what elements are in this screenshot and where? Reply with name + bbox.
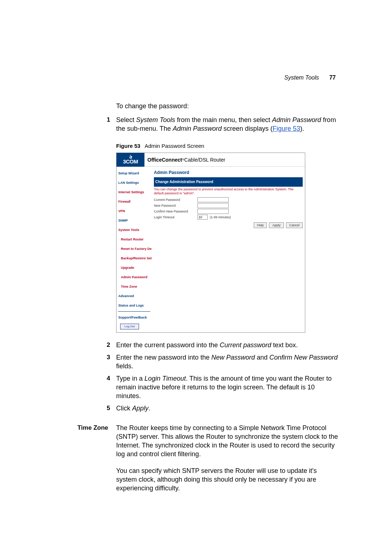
figure-header: ঔ 3COM OfficeConnect® Cable/DSL Router — [117, 153, 305, 167]
figure-53: ঔ 3COM OfficeConnect® Cable/DSL Router S… — [116, 153, 305, 333]
nav-upgrade[interactable]: Upgrade — [117, 263, 152, 272]
body-column: To change the password: 1 Select System … — [116, 102, 338, 501]
time-zone-section: Time Zone The Router keeps time by conne… — [116, 424, 338, 501]
current-password-input[interactable] — [197, 197, 229, 202]
step-number: 3 — [107, 353, 110, 362]
nav-time-zone[interactable]: Time Zone — [117, 282, 152, 291]
step-5: 5 Click Apply. — [116, 404, 338, 413]
nav-firewall[interactable]: Firewall — [117, 197, 152, 206]
logo-brand: 3COM — [123, 159, 138, 164]
row-login-timeout: Login Timeout (1-99 minutes) — [154, 214, 303, 220]
cancel-button[interactable]: Cancel — [286, 222, 303, 228]
page: System Tools 77 To change the password: … — [0, 0, 392, 555]
nav-reset-defaults[interactable]: Reset to Factory Defaults — [117, 244, 152, 254]
time-zone-heading: Time Zone — [76, 424, 116, 432]
nav-backup-restore[interactable]: Backup/Restore Settings — [117, 254, 152, 263]
logout-button[interactable]: Log Out — [120, 324, 139, 329]
step-1-text: Select System Tools from the main menu, … — [116, 116, 336, 132]
step-number: 2 — [107, 341, 110, 349]
product-title: OfficeConnect® Cable/DSL Router — [144, 153, 305, 167]
login-timeout-input[interactable] — [197, 215, 208, 220]
panel-note: You can change the password to prevent u… — [154, 187, 303, 195]
panel-bar: Change Administration Password — [154, 177, 303, 187]
nav-vpn[interactable]: VPN — [117, 206, 152, 216]
step-4-text: Type in a Login Timeout. This is the amo… — [116, 375, 332, 400]
time-zone-p1: The Router keeps time by connecting to a… — [116, 424, 338, 458]
step-2-text: Enter the current password into the Curr… — [116, 341, 298, 349]
steps-list: 1 Select System Tools from the main menu… — [116, 116, 338, 413]
apply-button[interactable]: Apply — [269, 222, 284, 228]
time-zone-p2: You can specify which SNTP servers the R… — [116, 466, 338, 493]
nav-admin-password[interactable]: Admin Password — [117, 272, 152, 282]
nav-setup-wizard[interactable]: Setup Wizard — [117, 169, 152, 178]
nav-snmp[interactable]: SNMP — [117, 216, 152, 225]
step-number: 4 — [107, 374, 110, 383]
figure-caption: Figure 53 Admin Password Screen — [116, 142, 338, 150]
time-zone-body: The Router keeps time by connecting to a… — [116, 424, 338, 501]
step-number: 5 — [107, 404, 110, 413]
step-2: 2 Enter the current password into the Cu… — [116, 341, 338, 349]
figure-caption-text: Admin Password Screen — [144, 143, 204, 149]
logo-3com: ঔ 3COM — [117, 153, 144, 167]
step-5-text: Click Apply. — [116, 405, 150, 412]
help-button[interactable]: Help — [254, 222, 267, 228]
panel-main: Admin Password Change Administration Pas… — [152, 167, 305, 332]
step-1: 1 Select System Tools from the main menu… — [116, 116, 338, 333]
step-number: 1 — [107, 116, 110, 124]
figure-label: Figure 53 — [116, 143, 140, 149]
login-timeout-hint: (1-99 minutes) — [210, 213, 231, 222]
intro-line: To change the password: — [116, 102, 338, 110]
panel-buttons: Help Apply Cancel — [154, 222, 303, 228]
label-login-timeout: Login Timeout — [154, 213, 197, 222]
nav-system-tools[interactable]: System Tools — [117, 225, 152, 235]
step-3-text: Enter the new password into the New Pass… — [116, 354, 338, 370]
nav-lan-settings[interactable]: LAN Settings — [117, 178, 152, 187]
running-header: System Tools 77 — [284, 74, 336, 81]
step-4: 4 Type in a Login Timeout. This is the a… — [116, 374, 338, 400]
figure-body: Setup Wizard LAN Settings Internet Setti… — [117, 167, 305, 332]
link-figure-53[interactable]: Figure 53 — [273, 125, 300, 132]
nav-support[interactable]: Support/Feedback — [117, 313, 152, 322]
nav-advanced[interactable]: Advanced — [117, 291, 152, 301]
nav-restart-router[interactable]: Restart Router — [117, 235, 152, 244]
step-3: 3 Enter the new password into the New Pa… — [116, 353, 338, 370]
nav-internet-settings[interactable]: Internet Settings — [117, 187, 152, 197]
header-section: System Tools — [284, 74, 319, 81]
new-password-input[interactable] — [197, 203, 229, 208]
page-number: 77 — [329, 74, 336, 81]
panel-title: Admin Password — [154, 168, 303, 177]
nav-status-logs[interactable]: Status and Logs — [117, 301, 152, 310]
nav-separator — [118, 311, 150, 312]
nav-sidebar: Setup Wizard LAN Settings Internet Setti… — [117, 167, 152, 332]
